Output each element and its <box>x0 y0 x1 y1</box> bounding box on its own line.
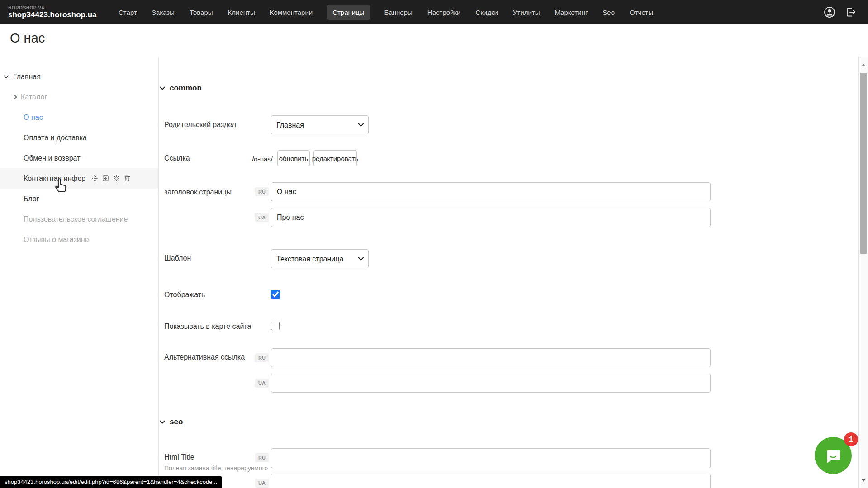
link-refresh-button[interactable]: обновить <box>277 150 310 166</box>
tree-item-actions <box>91 175 131 182</box>
chevron-right-icon <box>14 95 17 99</box>
top-navbar: HOROSHOP V4 shop34423.horoshop.ua Старт … <box>0 0 868 24</box>
sitemap-checkbox[interactable] <box>271 322 280 330</box>
nav-item-reports[interactable]: Отчеты <box>630 5 653 20</box>
sidebar-item-catalog[interactable]: Каталог <box>0 87 158 107</box>
sidebar-item-label: Контактная инфор <box>24 175 85 183</box>
nav-item-orders[interactable]: Заказы <box>152 5 175 20</box>
scroll-thumb[interactable] <box>860 73 867 254</box>
chat-bubble-icon <box>824 446 843 465</box>
sidebar-item-contact-info[interactable]: Контактная инфор <box>0 168 158 189</box>
sidebar-item-label: Оплата и доставка <box>24 134 87 142</box>
nav-item-banners[interactable]: Баннеры <box>384 5 413 20</box>
lang-tag-ru: RU <box>255 453 269 462</box>
add-icon[interactable] <box>102 175 109 182</box>
sitemap-label: Показывать в карте сайта <box>164 322 251 331</box>
page-title-ua-input[interactable] <box>271 208 711 227</box>
nav-item-marketing[interactable]: Маркетинг <box>555 5 588 20</box>
settings-icon[interactable] <box>113 175 120 182</box>
lang-tag-ua: UA <box>255 479 269 488</box>
chevron-down-icon <box>160 86 165 90</box>
section-seo[interactable]: seo <box>160 417 183 426</box>
sidebar-item-label: О нас <box>24 114 43 122</box>
sidebar-item-label: Главная <box>13 73 41 81</box>
section-title: common <box>170 84 202 93</box>
lang-tag-ua: UA <box>255 213 269 222</box>
html-title-hint: Полная замена title, генерируемого <box>164 464 268 472</box>
nav-item-clients[interactable]: Клиенты <box>228 5 255 20</box>
html-title-ru-input[interactable] <box>271 448 711 468</box>
logout-icon[interactable] <box>844 6 856 18</box>
sidebar-item-blog[interactable]: Блог <box>0 189 158 209</box>
template-label: Шаблон <box>164 254 191 262</box>
nav-item-settings[interactable]: Настройки <box>427 5 461 20</box>
chat-unread-badge: 1 <box>844 432 858 446</box>
template-native-select[interactable]: Текстовая страница <box>271 249 369 268</box>
status-url: shop34423.horoshop.ua/edit/edit.php?id=6… <box>5 479 217 485</box>
sidebar-item-store-reviews[interactable]: Отзывы о магазине <box>0 229 158 250</box>
move-icon[interactable] <box>91 175 99 182</box>
display-checkbox[interactable] <box>271 290 280 299</box>
page-header: О нас <box>0 24 868 57</box>
sidebar-item-exchange-return[interactable]: Обмен и возврат <box>0 148 158 168</box>
sidebar-item-about[interactable]: О нас <box>0 107 158 128</box>
section-common[interactable]: common <box>160 84 202 93</box>
page-title-ru-input[interactable] <box>271 182 711 201</box>
link-path: /o-nas/ <box>245 155 273 163</box>
parent-section-select[interactable]: Главная <box>271 115 369 134</box>
scroll-up-button[interactable] <box>860 62 867 68</box>
nav-item-seo[interactable]: Seo <box>602 5 615 20</box>
page-edit-form: common Родительский раздел Главная Ссылк… <box>158 57 858 488</box>
brand-version: HOROSHOP V4 <box>8 5 99 10</box>
pages-tree-sidebar: Главная Каталог О нас Оплата и доставка … <box>0 57 158 488</box>
brand-logo[interactable]: HOROSHOP V4 shop34423.horoshop.ua <box>0 5 99 19</box>
link-label: Ссылка <box>164 154 190 162</box>
nav-item-utilities[interactable]: Утилиты <box>513 5 540 20</box>
link-edit-button[interactable]: редактировать <box>313 150 357 166</box>
nav-item-pages[interactable]: Страницы <box>327 5 369 20</box>
alt-link-ua-input[interactable] <box>271 374 711 393</box>
alt-link-ru-input[interactable] <box>271 348 711 367</box>
account-icon[interactable] <box>824 6 835 18</box>
chevron-down-icon <box>160 420 165 424</box>
vertical-scrollbar[interactable] <box>858 57 868 488</box>
status-bar: shop34423.horoshop.ua/edit/edit.php?id=6… <box>0 476 222 488</box>
nav-item-discounts[interactable]: Скидки <box>475 5 498 20</box>
page-title: О нас <box>10 31 45 46</box>
lang-tag-ru: RU <box>255 187 269 196</box>
sidebar-item-user-agreement[interactable]: Пользовательское соглашение <box>0 209 158 229</box>
parent-section-label: Родительский раздел <box>164 121 236 129</box>
sidebar-item-payment-delivery[interactable]: Оплата и доставка <box>0 128 158 148</box>
template-select[interactable]: Текстовая страница <box>271 249 369 268</box>
page-title-label: заголовок страницы <box>164 188 232 196</box>
lang-tag-ru: RU <box>255 353 269 362</box>
alt-link-label: Альтернативная ссылка <box>164 353 245 361</box>
nav-item-comments[interactable]: Комментарии <box>270 5 313 20</box>
parent-section-native-select[interactable]: Главная <box>271 115 369 134</box>
section-title: seo <box>170 417 183 426</box>
main-menu: Старт Заказы Товары Клиенты Комментарии … <box>119 5 653 20</box>
nav-item-start[interactable]: Старт <box>119 5 137 20</box>
sidebar-item-label: Блог <box>24 195 39 203</box>
display-label: Отображать <box>164 291 205 299</box>
sidebar-item-label: Пользовательское соглашение <box>24 215 128 223</box>
chevron-down-icon <box>4 75 9 79</box>
sidebar-item-home[interactable]: Главная <box>0 66 158 87</box>
delete-icon[interactable] <box>123 175 131 182</box>
scroll-down-button[interactable] <box>860 477 867 483</box>
brand-domain: shop34423.horoshop.ua <box>8 10 99 19</box>
navbar-right-icons <box>824 6 868 18</box>
html-title-label: Html Title <box>164 453 194 461</box>
sidebar-item-label: Каталог <box>21 93 47 101</box>
lang-tag-ua: UA <box>255 379 269 388</box>
sidebar-item-label: Обмен и возврат <box>24 154 80 162</box>
sidebar-item-label: Отзывы о магазине <box>24 236 89 244</box>
html-title-ua-input[interactable] <box>271 474 711 488</box>
nav-item-products[interactable]: Товары <box>190 5 213 20</box>
